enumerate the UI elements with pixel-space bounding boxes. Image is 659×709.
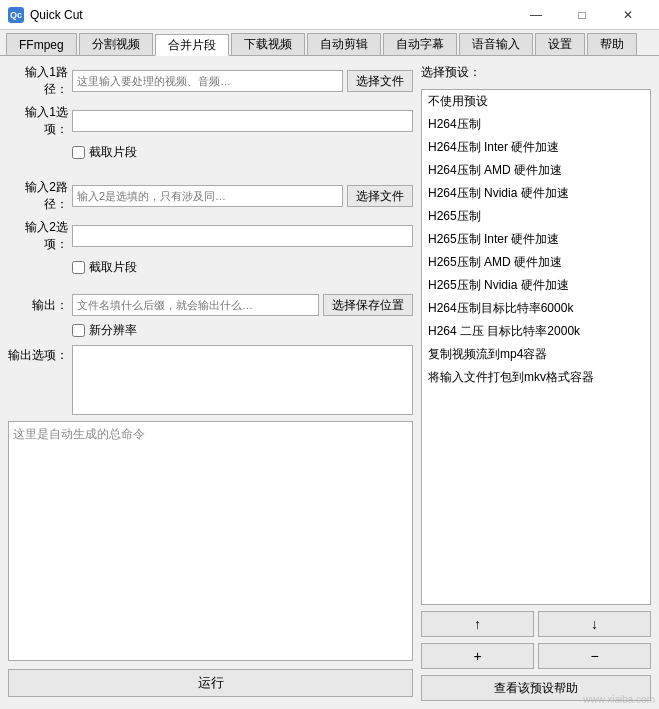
preset-item-h265[interactable]: H265压制 bbox=[422, 205, 650, 228]
preset-item-h265-inter[interactable]: H265压制 Inter 硬件加速 bbox=[422, 228, 650, 251]
output-resolution-label: 新分辨率 bbox=[89, 322, 137, 339]
tab-help[interactable]: 帮助 bbox=[587, 33, 637, 55]
input2-clip-label: 截取片段 bbox=[89, 259, 137, 276]
input1-clip-label: 截取片段 bbox=[89, 144, 137, 161]
tab-settings[interactable]: 设置 bbox=[535, 33, 585, 55]
preset-item-wrap-mkv[interactable]: 将输入文件打包到mkv格式容器 bbox=[422, 366, 650, 389]
run-button[interactable]: 运行 bbox=[8, 669, 413, 697]
output-choose-button[interactable]: 选择保存位置 bbox=[323, 294, 413, 316]
command-box: 这里是自动生成的总命令 bbox=[8, 421, 413, 661]
app-icon: Qc bbox=[8, 7, 24, 23]
output-path-row: 输出： 选择保存位置 bbox=[8, 294, 413, 316]
input1-path-label: 输入1路径： bbox=[8, 64, 68, 98]
maximize-button[interactable]: □ bbox=[559, 0, 605, 30]
close-button[interactable]: ✕ bbox=[605, 0, 651, 30]
input1-options-field[interactable] bbox=[72, 110, 413, 132]
tab-auto-sub[interactable]: 自动字幕 bbox=[383, 33, 457, 55]
title-controls: — □ ✕ bbox=[513, 0, 651, 30]
tab-voice-input[interactable]: 语音输入 bbox=[459, 33, 533, 55]
input2-options-row: 输入2选项： bbox=[8, 219, 413, 253]
preset-item-h264-nvidia[interactable]: H264压制 Nvidia 硬件加速 bbox=[422, 182, 650, 205]
tab-auto-edit[interactable]: 自动剪辑 bbox=[307, 33, 381, 55]
preset-item-h264[interactable]: H264压制 bbox=[422, 113, 650, 136]
preset-item-h264-6000k[interactable]: H264压制目标比特率6000k bbox=[422, 297, 650, 320]
output-options-label: 输出选项： bbox=[8, 345, 68, 364]
preset-remove-button[interactable]: − bbox=[538, 643, 651, 669]
preset-list[interactable]: 不使用预设 H264压制 H264压制 Inter 硬件加速 H264压制 AM… bbox=[421, 89, 651, 605]
main-content: 输入1路径： 选择文件 输入1选项： 截取片段 输入2路径： 选择文件 输入2选… bbox=[0, 56, 659, 709]
tab-split[interactable]: 分割视频 bbox=[79, 33, 153, 55]
tab-bar: FFmpeg 分割视频 合并片段 下载视频 自动剪辑 自动字幕 语音输入 设置 … bbox=[0, 30, 659, 56]
preset-add-button[interactable]: + bbox=[421, 643, 534, 669]
run-btn-row: 运行 bbox=[8, 665, 413, 701]
input2-options-field[interactable] bbox=[72, 225, 413, 247]
output-options-textarea[interactable] bbox=[72, 345, 413, 415]
tab-download[interactable]: 下载视频 bbox=[231, 33, 305, 55]
input2-choose-button[interactable]: 选择文件 bbox=[347, 185, 413, 207]
input1-choose-button[interactable]: 选择文件 bbox=[347, 70, 413, 92]
bottom-section: 这里是自动生成的总命令 运行 bbox=[8, 421, 413, 701]
preset-item-none[interactable]: 不使用预设 bbox=[422, 90, 650, 113]
preset-item-h264-inter[interactable]: H264压制 Inter 硬件加速 bbox=[422, 136, 650, 159]
preset-add-remove-row: + − bbox=[421, 643, 651, 669]
output-path-field[interactable] bbox=[72, 294, 319, 316]
input2-path-label: 输入2路径： bbox=[8, 179, 68, 213]
input2-path-field[interactable] bbox=[72, 185, 343, 207]
right-panel: 选择预设： 不使用预设 H264压制 H264压制 Inter 硬件加速 H26… bbox=[421, 64, 651, 701]
preset-item-h264-2000k[interactable]: H264 二压 目标比特率2000k bbox=[422, 320, 650, 343]
input2-clip-checkbox[interactable] bbox=[72, 261, 85, 274]
output-resolution-row: 新分辨率 bbox=[8, 322, 413, 339]
tab-ffmpeg[interactable]: FFmpeg bbox=[6, 33, 77, 55]
minimize-button[interactable]: — bbox=[513, 0, 559, 30]
app-title: Quick Cut bbox=[30, 8, 83, 22]
title-bar: Qc Quick Cut — □ ✕ bbox=[0, 0, 659, 30]
left-panel: 输入1路径： 选择文件 输入1选项： 截取片段 输入2路径： 选择文件 输入2选… bbox=[8, 64, 413, 701]
preset-item-copy-mp4[interactable]: 复制视频流到mp4容器 bbox=[422, 343, 650, 366]
input2-path-row: 输入2路径： 选择文件 bbox=[8, 179, 413, 213]
watermark: www.xiaiba.com bbox=[583, 694, 655, 705]
output-options-row: 输出选项： bbox=[8, 345, 413, 415]
preset-item-h264-amd[interactable]: H264压制 AMD 硬件加速 bbox=[422, 159, 650, 182]
input1-path-field[interactable] bbox=[72, 70, 343, 92]
preset-label: 选择预设： bbox=[421, 64, 651, 81]
title-left: Qc Quick Cut bbox=[8, 7, 83, 23]
output-path-label: 输出： bbox=[8, 297, 68, 314]
input1-clip-row: 截取片段 bbox=[8, 144, 413, 161]
preset-item-h265-amd[interactable]: H265压制 AMD 硬件加速 bbox=[422, 251, 650, 274]
preset-down-button[interactable]: ↓ bbox=[538, 611, 651, 637]
input1-path-row: 输入1路径： 选择文件 bbox=[8, 64, 413, 98]
tab-merge[interactable]: 合并片段 bbox=[155, 34, 229, 56]
input1-options-label: 输入1选项： bbox=[8, 104, 68, 138]
preset-item-h265-nvidia[interactable]: H265压制 Nvidia 硬件加速 bbox=[422, 274, 650, 297]
input1-clip-checkbox[interactable] bbox=[72, 146, 85, 159]
output-resolution-checkbox[interactable] bbox=[72, 324, 85, 337]
input2-options-label: 输入2选项： bbox=[8, 219, 68, 253]
input1-options-row: 输入1选项： bbox=[8, 104, 413, 138]
preset-up-button[interactable]: ↑ bbox=[421, 611, 534, 637]
preset-up-down-row: ↑ ↓ bbox=[421, 611, 651, 637]
input2-clip-row: 截取片段 bbox=[8, 259, 413, 276]
